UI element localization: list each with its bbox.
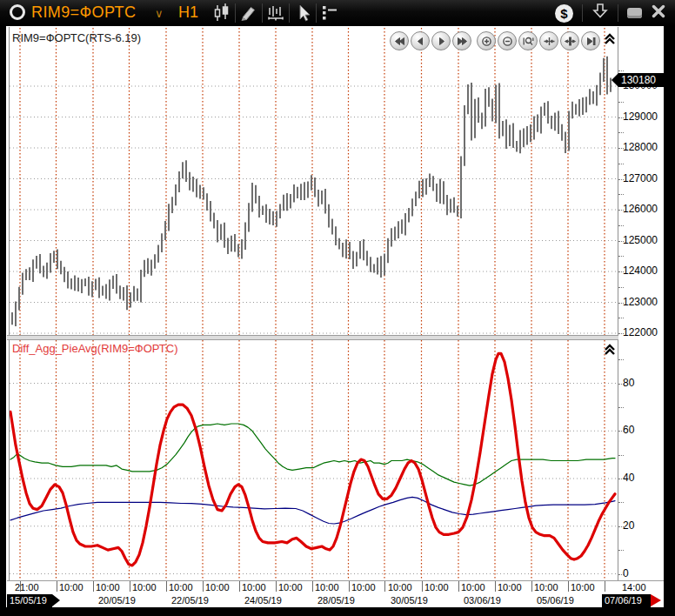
indicator-axis-label: 20 — [623, 519, 634, 532]
date-label: 28/05/19 — [317, 595, 355, 606]
axis-minor-tick — [618, 241, 624, 242]
download-icon[interactable] — [591, 2, 609, 24]
time-label: 14:00 — [622, 582, 646, 593]
scroll-right-button[interactable] — [431, 31, 451, 50]
app-logo-icon — [10, 4, 25, 20]
date-label: 22/05/19 — [171, 595, 209, 606]
volume-profile-tool-icon[interactable] — [263, 2, 289, 24]
time-label: 10:00 — [96, 582, 120, 593]
panel-splitter[interactable] — [7, 335, 618, 340]
draw-tool-icon[interactable] — [236, 2, 262, 24]
time-label: 21:00 — [15, 582, 39, 593]
time-axis-tick — [312, 581, 313, 592]
last-price-tag: 130180 — [618, 73, 664, 87]
time-axis-tick — [130, 581, 130, 592]
date-label: 05/06/19 — [537, 595, 574, 606]
price-axis-label: 124000 — [623, 264, 658, 277]
time-axis-border — [7, 580, 664, 581]
time-label: 10:00 — [461, 582, 485, 593]
time-label: 10:00 — [278, 582, 303, 593]
date-label: 30/05/19 — [391, 595, 428, 606]
time-label: 10:00 — [205, 582, 230, 593]
time-axis-tick — [568, 581, 569, 592]
axis-minor-tick — [618, 194, 624, 195]
range-start-date-tag: 15/05/19 — [7, 594, 52, 607]
time-axis-tick — [495, 581, 496, 592]
indicator-axis-label: 0 — [623, 567, 629, 579]
axis-minor-tick — [618, 210, 624, 211]
zoom-auto-button[interactable] — [518, 31, 538, 50]
price-chart-plot[interactable] — [10, 28, 618, 335]
time-axis-tick — [203, 581, 204, 592]
cursor-tool-icon[interactable] — [290, 2, 316, 24]
scroll-page-left-button[interactable] — [390, 31, 409, 50]
currency-icon[interactable]: $ — [555, 4, 573, 23]
time-axis-tick — [531, 581, 532, 592]
axis-minor-tick — [618, 574, 624, 575]
candlestick-tool-icon[interactable] — [209, 2, 235, 24]
range-end-arrow — [651, 594, 661, 606]
time-axis-tick — [349, 581, 350, 592]
axis-minor-tick — [618, 70, 624, 71]
zoom-out-button[interactable] — [498, 31, 517, 50]
time-label: 10:00 — [59, 582, 84, 593]
axis-minor-tick — [618, 164, 624, 164]
close-icon[interactable] — [651, 3, 666, 23]
axis-minor-tick — [618, 384, 624, 385]
time-label: 10:00 — [498, 582, 522, 593]
window-controls: $ — [555, 2, 666, 24]
widen-bars-button[interactable] — [560, 31, 579, 50]
date-label: 03/06/19 — [464, 595, 501, 606]
axis-minor-tick — [618, 526, 624, 527]
chart-window: RIM9=ФОРТС ∨ H1 $ RIM9=ФОРТС(RTS-6.19) D… — [0, 0, 675, 616]
time-axis-tick — [605, 581, 605, 592]
timeframe-label[interactable]: H1 — [178, 3, 198, 22]
axis-minor-tick — [618, 179, 624, 180]
time-axis-tick — [458, 581, 459, 592]
axis-minor-tick — [618, 225, 624, 226]
go-to-end-button[interactable] — [581, 31, 600, 50]
controls-separator — [618, 4, 618, 22]
indicator-panel-label: Diff_Agg_PieAvg(RIM9=ФОРТС) — [12, 342, 178, 355]
axis-separator — [618, 27, 618, 580]
axis-minor-tick — [618, 102, 624, 103]
time-label: 10:00 — [169, 582, 193, 593]
axis-minor-tick — [618, 455, 624, 456]
axis-minor-tick — [618, 117, 624, 118]
time-axis-tick — [422, 581, 423, 592]
axis-minor-tick — [618, 407, 624, 408]
symbol-title[interactable]: RIM9=ФОРТС — [31, 3, 136, 22]
scroll-page-right-button[interactable] — [452, 31, 471, 50]
time-axis-tick — [93, 581, 94, 592]
price-axis-label: 123000 — [623, 296, 658, 308]
time-label: 10:00 — [351, 582, 376, 593]
axis-minor-tick — [618, 148, 624, 149]
last-price-arrow — [612, 73, 618, 87]
zoom-in-button[interactable] — [477, 31, 496, 50]
time-label: 10:00 — [571, 582, 595, 593]
time-label: 10:00 — [315, 582, 339, 593]
chevron-down-icon[interactable]: ∨ — [155, 7, 164, 20]
date-label: 20/05/19 — [98, 595, 136, 606]
restore-icon[interactable] — [627, 8, 642, 18]
axis-minor-tick — [618, 271, 624, 272]
axis-minor-tick — [618, 550, 624, 551]
price-axis-label: 126000 — [623, 203, 658, 215]
time-label: 10:00 — [424, 582, 449, 593]
price-axis-label: 127000 — [623, 172, 658, 184]
axis-minor-tick — [618, 502, 624, 503]
indicator-plot[interactable] — [10, 340, 618, 580]
price-axis-label: 129000 — [623, 110, 658, 123]
scroll-left-button[interactable] — [411, 31, 430, 50]
narrow-bars-button[interactable] — [539, 31, 558, 50]
collapse-indicator-panel-icon[interactable] — [603, 343, 617, 357]
price-axis-label: 122000 — [623, 326, 658, 338]
time-axis-tick — [384, 581, 385, 592]
levels-tool-icon[interactable] — [317, 2, 343, 24]
axis-minor-tick — [618, 479, 624, 479]
price-panel-label: RIM9=ФОРТС(RTS-6.19) — [12, 31, 141, 44]
axis-minor-tick — [618, 303, 624, 304]
axis-minor-tick — [618, 431, 624, 432]
time-label: 10:00 — [242, 582, 266, 593]
collapse-price-panel-icon[interactable] — [603, 32, 617, 46]
